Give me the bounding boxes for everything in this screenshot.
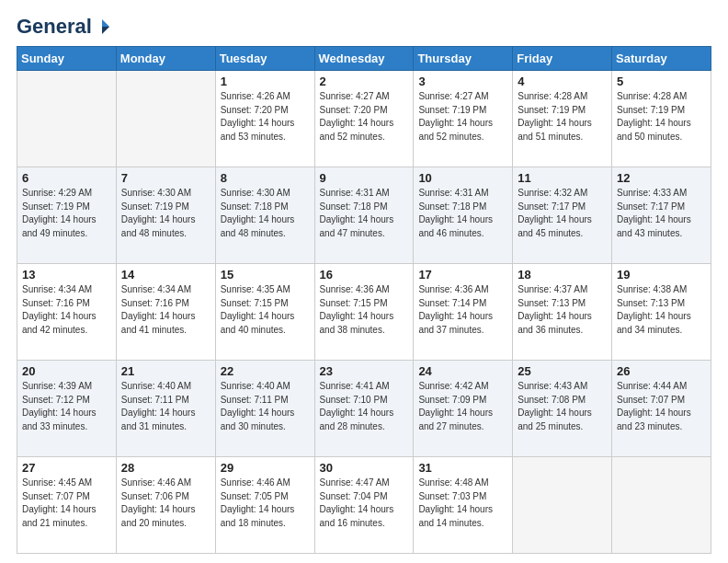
day-info: Sunrise: 4:34 AM Sunset: 7:16 PM Dayligh… [22,283,111,337]
day-info: Sunrise: 4:43 AM Sunset: 7:08 PM Dayligh… [518,380,607,433]
calendar-header-monday: Monday [116,47,215,71]
day-number: 10 [418,171,507,185]
day-info: Sunrise: 4:27 AM Sunset: 7:20 PM Dayligh… [320,90,409,144]
day-info: Sunrise: 4:46 AM Sunset: 7:05 PM Dayligh… [221,477,310,530]
calendar-cell: 30Sunrise: 4:47 AM Sunset: 7:04 PM Dayli… [314,457,414,554]
day-info: Sunrise: 4:28 AM Sunset: 7:19 PM Dayligh… [617,90,706,144]
day-number: 8 [221,171,310,185]
day-info: Sunrise: 4:47 AM Sunset: 7:04 PM Dayligh… [320,477,409,530]
day-number: 3 [418,75,507,88]
day-info: Sunrise: 4:27 AM Sunset: 7:19 PM Dayligh… [418,90,507,144]
day-info: Sunrise: 4:28 AM Sunset: 7:19 PM Dayligh… [518,90,607,144]
day-number: 25 [518,364,607,378]
calendar-header-row: SundayMondayTuesdayWednesdayThursdayFrid… [17,47,711,71]
calendar-cell: 16Sunrise: 4:36 AM Sunset: 7:15 PM Dayli… [314,264,414,361]
day-number: 17 [418,268,507,282]
day-info: Sunrise: 4:36 AM Sunset: 7:15 PM Dayligh… [320,283,409,337]
day-number: 16 [320,268,409,282]
calendar-cell: 4Sunrise: 4:28 AM Sunset: 7:19 PM Daylig… [513,71,612,167]
day-number: 14 [121,268,210,282]
calendar-week-row: 1Sunrise: 4:26 AM Sunset: 7:20 PM Daylig… [17,71,711,167]
header: General [17,17,711,37]
day-number: 6 [22,171,111,185]
calendar-header-wednesday: Wednesday [314,47,414,71]
day-info: Sunrise: 4:35 AM Sunset: 7:15 PM Dayligh… [221,283,310,337]
calendar-cell: 21Sunrise: 4:40 AM Sunset: 7:11 PM Dayli… [116,361,215,457]
calendar-cell: 1Sunrise: 4:26 AM Sunset: 7:20 PM Daylig… [215,71,314,167]
calendar-cell: 14Sunrise: 4:34 AM Sunset: 7:16 PM Dayli… [116,264,215,361]
logo-text: General [17,17,110,37]
calendar-cell: 17Sunrise: 4:36 AM Sunset: 7:14 PM Dayli… [414,264,513,361]
day-info: Sunrise: 4:37 AM Sunset: 7:13 PM Dayligh… [518,283,607,337]
day-info: Sunrise: 4:36 AM Sunset: 7:14 PM Dayligh… [418,283,507,337]
calendar-cell: 22Sunrise: 4:40 AM Sunset: 7:11 PM Dayli… [215,361,314,457]
day-info: Sunrise: 4:41 AM Sunset: 7:10 PM Dayligh… [320,380,409,433]
calendar-cell: 12Sunrise: 4:33 AM Sunset: 7:17 PM Dayli… [612,167,711,264]
day-info: Sunrise: 4:34 AM Sunset: 7:16 PM Dayligh… [121,283,210,337]
day-number: 27 [22,461,111,475]
day-number: 12 [617,171,706,185]
day-number: 9 [320,171,409,185]
calendar-week-row: 27Sunrise: 4:45 AM Sunset: 7:07 PM Dayli… [17,457,711,554]
day-info: Sunrise: 4:44 AM Sunset: 7:07 PM Dayligh… [617,380,706,433]
calendar-cell: 20Sunrise: 4:39 AM Sunset: 7:12 PM Dayli… [17,361,117,457]
calendar-header-thursday: Thursday [414,47,513,71]
calendar-cell: 3Sunrise: 4:27 AM Sunset: 7:19 PM Daylig… [414,71,513,167]
day-number: 11 [518,171,607,185]
svg-marker-0 [102,19,109,27]
day-number: 31 [418,461,507,475]
calendar-cell: 5Sunrise: 4:28 AM Sunset: 7:19 PM Daylig… [612,71,711,167]
day-info: Sunrise: 4:32 AM Sunset: 7:17 PM Dayligh… [518,187,607,240]
day-info: Sunrise: 4:31 AM Sunset: 7:18 PM Dayligh… [418,187,507,240]
calendar-cell: 11Sunrise: 4:32 AM Sunset: 7:17 PM Dayli… [513,167,612,264]
day-info: Sunrise: 4:40 AM Sunset: 7:11 PM Dayligh… [121,380,210,433]
day-number: 2 [320,75,409,88]
calendar-header-friday: Friday [513,47,612,71]
calendar-cell [513,457,612,554]
calendar-header-tuesday: Tuesday [215,47,314,71]
svg-marker-1 [102,27,109,34]
logo: General [17,17,110,37]
day-info: Sunrise: 4:30 AM Sunset: 7:19 PM Dayligh… [121,187,210,240]
day-number: 5 [617,75,706,88]
day-number: 22 [221,364,310,378]
calendar-cell: 6Sunrise: 4:29 AM Sunset: 7:19 PM Daylig… [17,167,117,264]
calendar-cell: 31Sunrise: 4:48 AM Sunset: 7:03 PM Dayli… [414,457,513,554]
day-number: 29 [221,461,310,475]
calendar-header-saturday: Saturday [612,47,711,71]
day-info: Sunrise: 4:48 AM Sunset: 7:03 PM Dayligh… [418,477,507,530]
day-info: Sunrise: 4:26 AM Sunset: 7:20 PM Dayligh… [221,90,310,144]
calendar-cell [17,71,117,167]
day-info: Sunrise: 4:38 AM Sunset: 7:13 PM Dayligh… [617,283,706,337]
logo-flag-icon [94,18,110,35]
day-number: 26 [617,364,706,378]
calendar-cell: 23Sunrise: 4:41 AM Sunset: 7:10 PM Dayli… [314,361,414,457]
day-info: Sunrise: 4:29 AM Sunset: 7:19 PM Dayligh… [22,187,111,240]
day-info: Sunrise: 4:30 AM Sunset: 7:18 PM Dayligh… [221,187,310,240]
calendar-cell: 28Sunrise: 4:46 AM Sunset: 7:06 PM Dayli… [116,457,215,554]
calendar-header-sunday: Sunday [17,47,117,71]
day-number: 20 [22,364,111,378]
day-info: Sunrise: 4:45 AM Sunset: 7:07 PM Dayligh… [22,477,111,530]
day-number: 21 [121,364,210,378]
calendar-week-row: 20Sunrise: 4:39 AM Sunset: 7:12 PM Dayli… [17,361,711,457]
day-number: 30 [320,461,409,475]
day-number: 15 [221,268,310,282]
day-info: Sunrise: 4:46 AM Sunset: 7:06 PM Dayligh… [121,477,210,530]
calendar-cell: 2Sunrise: 4:27 AM Sunset: 7:20 PM Daylig… [314,71,414,167]
day-number: 24 [418,364,507,378]
day-number: 7 [121,171,210,185]
calendar-week-row: 6Sunrise: 4:29 AM Sunset: 7:19 PM Daylig… [17,167,711,264]
day-info: Sunrise: 4:39 AM Sunset: 7:12 PM Dayligh… [22,380,111,433]
day-info: Sunrise: 4:40 AM Sunset: 7:11 PM Dayligh… [221,380,310,433]
day-number: 28 [121,461,210,475]
calendar-cell: 29Sunrise: 4:46 AM Sunset: 7:05 PM Dayli… [215,457,314,554]
calendar-cell [116,71,215,167]
day-info: Sunrise: 4:31 AM Sunset: 7:18 PM Dayligh… [320,187,409,240]
calendar-cell: 19Sunrise: 4:38 AM Sunset: 7:13 PM Dayli… [612,264,711,361]
day-number: 4 [518,75,607,88]
calendar-cell: 10Sunrise: 4:31 AM Sunset: 7:18 PM Dayli… [414,167,513,264]
logo-general: General [17,17,92,37]
calendar-cell: 13Sunrise: 4:34 AM Sunset: 7:16 PM Dayli… [17,264,117,361]
day-number: 23 [320,364,409,378]
